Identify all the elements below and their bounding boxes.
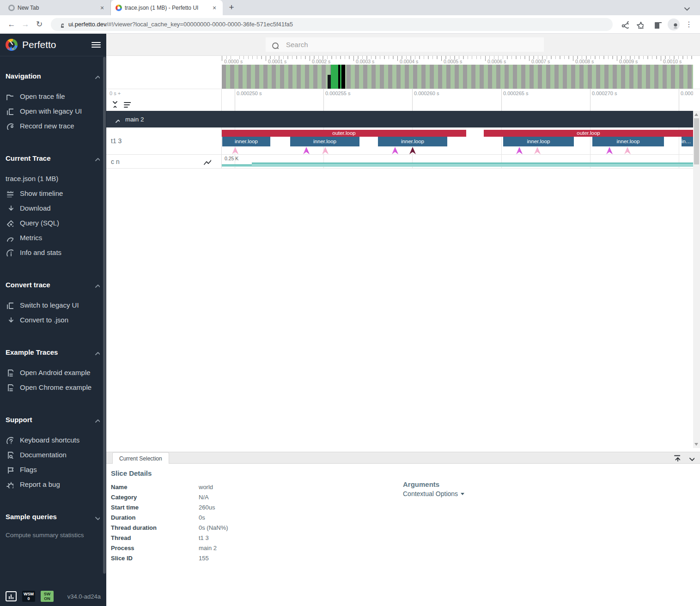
back-icon[interactable]: ← [5,20,18,29]
instant-event-arrow[interactable] [624,147,631,154]
timeline-scrollbar[interactable] [693,111,700,448]
scrollbar-thumb[interactable] [694,118,699,164]
sidebar-item-flags[interactable]: Flags [6,462,106,477]
section-header-convert-trace[interactable]: Convert trace [6,279,106,290]
browser-tab-perfetto[interactable]: trace.json (1 MB) - Perfetto UI × [111,0,223,15]
bar-chart-icon[interactable] [6,591,17,601]
section-example-traces: Example Traces Open Android example Open… [0,346,106,394]
url-bar[interactable]: ui.perfetto.dev/#!/viewer?local_cache_ke… [51,18,613,31]
forward-icon[interactable]: → [18,20,32,29]
sidebar-item-compute-summary-statistics[interactable]: Compute summary statistics [6,529,106,540]
slice-inner-loop[interactable]: inner.loop [378,137,447,146]
instant-event-arrow[interactable] [303,147,310,154]
instant-event-arrow[interactable] [392,147,398,154]
instant-event-arrow[interactable] [516,147,523,154]
time-tick-label: 0.000260 s [414,91,439,96]
process-group-header[interactable]: main 2 [106,111,693,127]
new-tab-button[interactable]: + [225,1,237,13]
scroll-down-arrow-icon[interactable] [694,443,698,446]
counter-track-shell[interactable]: c n [106,155,222,168]
sidebar-item-metrics[interactable]: Metrics [6,230,106,245]
sidebar-item-record-new-trace[interactable]: Record new trace [6,118,106,133]
gauge-icon [6,234,13,242]
collapse-tracks-icon[interactable] [110,99,118,108]
sidebar-item-open-trace-file[interactable]: Open trace file [6,89,106,103]
slice-inner-loop[interactable]: inner.loop [682,137,693,146]
app-title: Perfetto [22,39,91,50]
counter-area-segment [252,163,693,167]
slice-inner-loop[interactable]: inner.loop [222,137,270,146]
slice-outer-loop[interactable]: outer.loop [222,130,466,137]
browser-menu-icon[interactable]: ⋮ [685,20,693,29]
search-input[interactable] [285,40,539,49]
sidebar-item-report-a-bug[interactable]: Report a bug [6,477,106,491]
track-filter-icon[interactable] [122,99,131,108]
time-axis-label: 0.0007 s [531,59,550,64]
sidebar-item-info-and-stats[interactable]: Info and stats [6,245,106,260]
sidebar-item-download[interactable]: Download [6,200,106,215]
sidebar-item-convert-to-json[interactable]: Convert to .json [6,312,106,327]
section-header-navigation[interactable]: Navigation [6,70,106,81]
sidebar-item-switch-to-legacy-ui[interactable]: Switch to legacy UI [6,297,106,312]
slice-outer-loop[interactable]: outer.loop [484,130,693,137]
sidebar-item-keyboard-shortcuts[interactable]: Keyboard shortcuts [6,432,106,447]
tab-current-selection[interactable]: Current Selection [112,452,169,464]
minimap-viewport-window[interactable] [338,65,345,89]
tab-list-chevron-icon[interactable] [682,3,690,13]
slice-inner-loop[interactable]: inner.loop [592,137,664,146]
thread-track-content[interactable]: outer.loopouter.loop inner.loopinner.loo… [222,127,693,154]
time-axis-label: 0.0003 s [356,59,374,64]
section-header-support[interactable]: Support [6,414,106,425]
section-header-example-traces[interactable]: Example Traces [6,346,106,358]
collapse-panel-icon[interactable] [687,454,694,461]
instant-event-arrow[interactable] [232,147,238,154]
section-navigation: Navigation Open trace file Open with leg… [0,70,106,133]
tab-close-icon[interactable]: × [211,4,218,12]
instant-event-arrow[interactable] [322,147,329,154]
expand-panel-up-icon[interactable] [672,454,680,461]
chevron-up-icon [92,416,100,423]
slice-inner-loop[interactable]: inner.loop [290,137,359,146]
time-axis-label: 0.0002 s [312,59,330,64]
sidebar-item-documentation[interactable]: Documentation [6,447,106,462]
sidebar-header: Perfetto [0,34,106,56]
sidebar-item-open-with-legacy-ui[interactable]: Open with legacy UI [6,103,106,118]
sidebar-item-open-chrome-example[interactable]: Open Chrome example [6,380,106,394]
track-list: outer.loopouter.loop inner.loopinner.loo… [106,127,693,169]
time-tick-label: 0.000250 s [237,91,262,96]
tab-close-icon[interactable]: × [98,4,106,12]
slice-inner-loop[interactable]: inner.loop [503,137,574,146]
search-box[interactable] [266,37,544,52]
chevron-up-icon [92,72,100,79]
trace-minimap[interactable] [222,65,693,89]
browser-tab-new-tab[interactable]: New Tab × [4,0,111,15]
contextual-options-dropdown[interactable]: Contextual Options [403,490,464,497]
reload-icon[interactable]: ↻ [32,19,46,29]
bookmark-star-icon[interactable] [635,20,644,29]
topbar [106,34,700,56]
sidebar-item-show-timeline[interactable]: Show timeline [6,186,106,200]
instant-event-arrow-selected[interactable] [409,147,416,154]
profile-avatar[interactable] [668,18,680,30]
sidebar-item-query-sql[interactable]: Query (SQL) [6,215,106,230]
instant-event-arrow[interactable] [606,147,613,154]
time-axis-label: 0.0008 s [575,59,594,64]
side-panel-icon[interactable] [653,20,662,29]
section-header-current-trace[interactable]: Current Trace [6,152,106,164]
instant-event-arrow[interactable] [534,147,541,154]
section-header-sample-queries[interactable]: Sample queries [6,511,106,522]
scroll-up-arrow-icon[interactable] [694,113,698,116]
thread-track-shell[interactable]: t1 3 [106,127,222,154]
sidebar-scrollbar[interactable] [103,57,106,574]
counter-track-content[interactable]: 0.25 K [222,155,693,168]
query-diamond-icon [6,219,13,227]
minimap-brush-handle[interactable] [328,75,331,89]
share-icon[interactable] [621,20,629,29]
details-heading: Slice Details [111,469,152,477]
thread-track: outer.loopouter.loop inner.loopinner.loo… [106,127,693,155]
counter-track: 0.25 K c n [106,155,693,169]
sidebar-item-open-android-example[interactable]: Open Android example [6,365,106,380]
menu-hamburger-icon[interactable] [91,42,101,48]
url-domain: ui.perfetto.dev [68,21,106,28]
minimap-viewport-highlight[interactable] [331,65,338,89]
